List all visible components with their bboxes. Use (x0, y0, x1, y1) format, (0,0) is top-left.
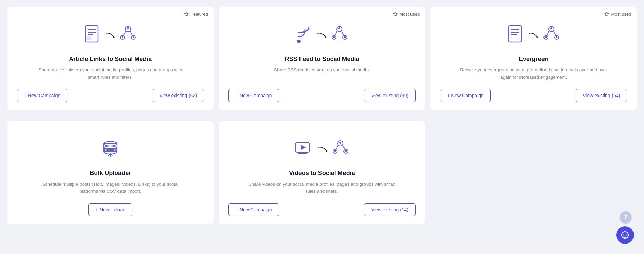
star-icon (184, 12, 189, 17)
svg-point-38 (545, 36, 547, 38)
card-desc: Share RSS feeds content on your social m… (274, 67, 370, 81)
video-icon (294, 140, 314, 159)
star-icon (604, 12, 609, 17)
arrow-icon (105, 32, 116, 39)
card-rss-feed: Most used (219, 7, 425, 110)
badge-label: Featured (191, 12, 208, 17)
new-upload-button[interactable]: + New Upload (88, 203, 132, 216)
chatbot-button[interactable] (616, 226, 634, 244)
social-icon (119, 25, 137, 45)
campaign-grid-row1: Featured (7, 7, 637, 115)
card-title: Evergreen (519, 56, 549, 63)
card-icon-video (294, 136, 349, 163)
badge-label: Most used (611, 12, 631, 17)
card-badge-mostused: Most used (604, 12, 631, 17)
card-bulk-uploader: Bulk Uploader Schedule multiple posts (T… (7, 121, 214, 224)
svg-marker-26 (605, 12, 609, 16)
svg-point-62 (626, 235, 627, 236)
card-desc: Schedule multiple posts (Text, Images, V… (36, 181, 185, 195)
card-actions: + New Campaign View existing (54) (440, 89, 627, 102)
svg-point-14 (133, 36, 134, 38)
arrow-icon (528, 32, 539, 39)
bulk-upload-icon (99, 137, 121, 161)
card-icon-rss (295, 22, 348, 49)
view-existing-button[interactable]: View existing (14) (364, 203, 416, 216)
svg-point-25 (344, 36, 346, 38)
view-existing-button[interactable]: View existing (99) (364, 89, 416, 102)
article-icon (84, 25, 102, 45)
card-badge-featured: Featured (184, 12, 208, 17)
arrow-icon (316, 32, 327, 39)
card-badge-mostused: Most used (393, 12, 420, 17)
svg-point-13 (122, 36, 124, 38)
social-icon (542, 25, 560, 45)
help-button[interactable]: ? (620, 211, 632, 224)
svg-rect-27 (509, 26, 521, 42)
card-title: RSS Feed to Social Media (285, 56, 359, 63)
svg-point-56 (339, 142, 341, 144)
card-desc: Share article links on your social media… (36, 67, 185, 81)
card-article-links: Featured (7, 7, 214, 110)
card-actions: + New Campaign View existing (14) (228, 203, 416, 216)
card-title: Bulk Uploader (90, 170, 131, 177)
card-title: Videos to Social Media (289, 170, 355, 177)
help-label: ? (624, 214, 627, 220)
card-desc: Recycle your evergreen posts at pre-defi… (459, 67, 608, 81)
svg-rect-5 (87, 37, 91, 40)
svg-marker-15 (393, 12, 397, 16)
card-actions: + New Campaign View existing (99) (228, 89, 416, 102)
rss-icon (295, 25, 313, 45)
campaign-grid-row2: Bulk Uploader Schedule multiple posts (T… (7, 121, 637, 224)
svg-point-24 (333, 36, 335, 38)
chatbot-icon (620, 230, 630, 240)
card-icon-article (84, 22, 137, 49)
svg-point-37 (550, 27, 552, 29)
card-icon-evergreen (507, 22, 560, 49)
svg-line-55 (343, 145, 345, 149)
svg-line-10 (124, 31, 126, 35)
svg-point-60 (623, 235, 624, 236)
svg-point-16 (297, 40, 301, 43)
svg-marker-0 (184, 12, 188, 16)
new-campaign-button[interactable]: + New Campaign (17, 89, 68, 102)
new-campaign-button[interactable]: + New Campaign (440, 89, 491, 102)
card-icon-bulk (99, 136, 121, 163)
svg-line-21 (335, 31, 337, 35)
new-campaign-button[interactable]: + New Campaign (228, 89, 279, 102)
svg-point-12 (127, 27, 129, 29)
card-desc: Share videos on your social media profil… (247, 181, 396, 195)
svg-line-35 (547, 31, 549, 35)
view-existing-button[interactable]: View existing (62) (153, 89, 204, 102)
star-icon (393, 12, 398, 17)
empty-card-slot (430, 121, 637, 224)
svg-point-58 (345, 150, 347, 152)
svg-line-36 (554, 31, 556, 35)
svg-marker-47 (301, 145, 306, 150)
svg-point-57 (334, 150, 336, 152)
svg-point-39 (556, 36, 557, 38)
card-title: Article Links to Social Media (69, 56, 152, 63)
view-existing-button[interactable]: View existing (54) (576, 89, 627, 102)
new-campaign-button[interactable]: + New Campaign (228, 203, 279, 216)
card-actions: + New Campaign View existing (62) (17, 89, 204, 102)
card-actions: + New Upload (17, 203, 204, 216)
doc-icon (507, 25, 525, 45)
card-videos-social: Videos to Social Media Share videos on y… (219, 121, 425, 224)
social-icon (332, 139, 349, 160)
svg-line-22 (342, 31, 344, 35)
social-icon (331, 25, 348, 45)
arrow-icon (317, 146, 328, 153)
card-evergreen: Most used (430, 7, 637, 110)
svg-line-54 (336, 145, 338, 149)
badge-label: Most used (399, 12, 420, 17)
svg-line-11 (130, 31, 132, 35)
svg-point-23 (338, 27, 340, 29)
svg-point-61 (625, 235, 626, 236)
